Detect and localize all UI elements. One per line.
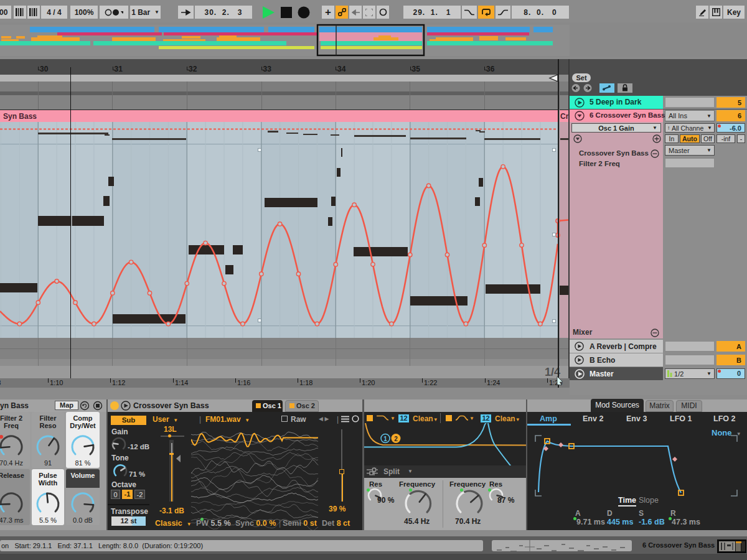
svg-text:2: 2 bbox=[394, 436, 398, 442]
svg-text:1: 1 bbox=[383, 436, 387, 442]
